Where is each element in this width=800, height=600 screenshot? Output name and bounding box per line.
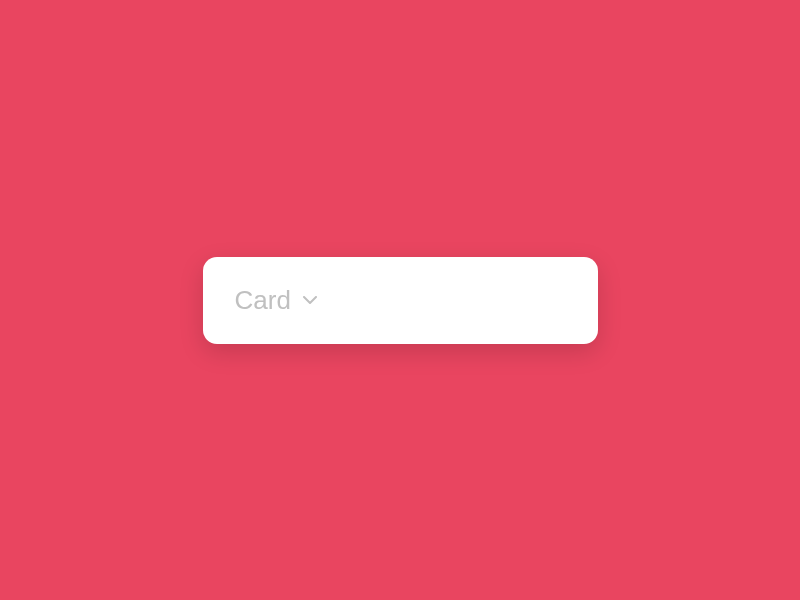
card-dropdown[interactable]: Card [203,257,598,344]
dropdown-label: Card [235,285,291,316]
chevron-down-icon [303,293,317,307]
